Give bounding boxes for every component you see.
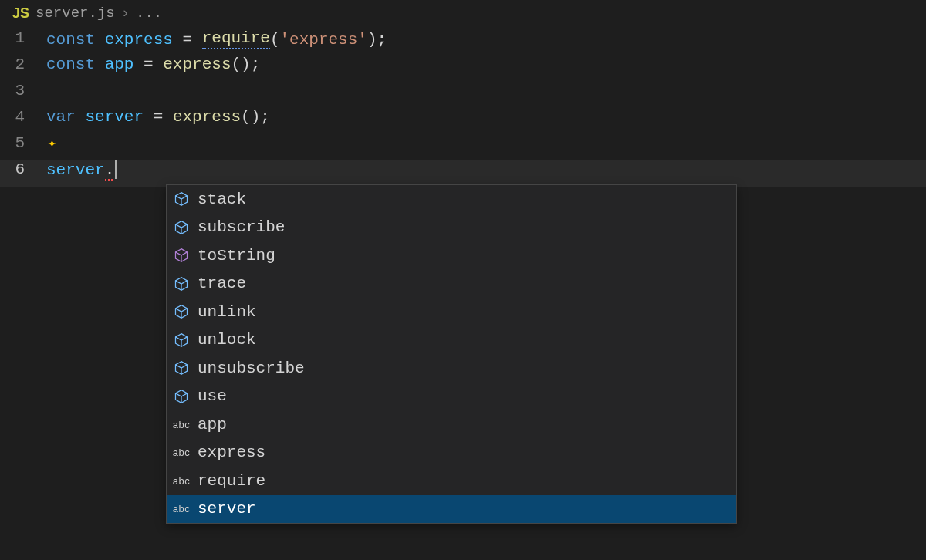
text-icon: abc <box>173 472 190 489</box>
intellisense-popup[interactable]: stacksubscribetoStringtraceunlinkunlocku… <box>166 184 737 524</box>
line-content[interactable]: const app = express(); <box>46 56 260 73</box>
text-icon: abc <box>173 501 190 518</box>
suggestion-item[interactable]: subscribe <box>167 214 736 242</box>
line-number: 6 <box>0 160 46 178</box>
suggestion-label: toString <box>198 247 275 265</box>
suggestion-label: subscribe <box>198 218 285 236</box>
code-line[interactable]: 6 server. <box>0 160 926 187</box>
method-icon <box>173 219 190 236</box>
code-line[interactable]: 4 var server = express(); <box>0 108 926 134</box>
code-line[interactable]: 5 ✦ <box>0 134 926 160</box>
line-number: 3 <box>0 82 46 100</box>
suggestion-item[interactable]: unlink <box>167 298 736 326</box>
suggestion-item[interactable]: trace <box>167 270 736 299</box>
method-icon <box>173 388 190 405</box>
suggestion-item[interactable]: abcexpress <box>167 439 736 467</box>
suggestion-item[interactable]: abcserver <box>167 495 736 524</box>
js-file-icon: JS <box>12 5 29 22</box>
suggestion-item[interactable]: unlock <box>167 326 736 355</box>
suggestion-label: server <box>198 500 256 518</box>
line-number: 2 <box>0 56 46 73</box>
method-icon <box>173 247 190 264</box>
method-icon <box>173 275 190 292</box>
code-line[interactable]: 1 const express = require('express'); <box>0 29 926 56</box>
text-icon: abc <box>173 444 190 461</box>
code-editor[interactable]: 1 const express = require('express'); 2 … <box>0 26 926 187</box>
suggestion-item[interactable]: toString <box>167 241 736 270</box>
chevron-right-icon: › <box>121 5 130 22</box>
suggestion-label: unlink <box>198 303 256 321</box>
method-icon <box>173 332 190 349</box>
breadcrumb-filename[interactable]: server.js <box>35 5 115 22</box>
code-line[interactable]: 3 <box>0 82 926 108</box>
suggestion-item[interactable]: use <box>167 383 736 411</box>
line-content[interactable]: const express = require('express'); <box>46 29 387 49</box>
suggestion-item[interactable]: abcapp <box>167 410 736 439</box>
line-number: 4 <box>0 108 46 126</box>
code-line[interactable]: 2 const app = express(); <box>0 56 926 82</box>
suggestion-label: require <box>198 472 265 490</box>
suggestion-label: trace <box>198 275 246 292</box>
line-content[interactable]: server. <box>46 160 117 179</box>
text-icon: abc <box>173 416 190 433</box>
breadcrumb-ellipsis[interactable]: ... <box>136 5 162 22</box>
method-icon <box>173 359 190 376</box>
suggestion-item[interactable]: stack <box>167 185 736 214</box>
breadcrumb[interactable]: JS server.js › ... <box>0 0 926 26</box>
sparkle-icon[interactable]: ✦ <box>48 134 56 151</box>
suggestion-label: use <box>198 387 227 405</box>
line-number: 1 <box>0 29 46 47</box>
suggestion-label: app <box>198 416 227 433</box>
suggestion-item[interactable]: unsubscribe <box>167 354 736 383</box>
suggestion-label: stack <box>198 191 246 208</box>
suggestion-label: unsubscribe <box>198 359 305 377</box>
method-icon <box>173 303 190 320</box>
line-content[interactable]: var server = express(); <box>46 108 270 126</box>
text-cursor <box>115 160 117 179</box>
line-number: 5 <box>0 134 46 152</box>
method-icon <box>173 191 190 207</box>
line-content[interactable]: ✦ <box>46 134 56 151</box>
suggestion-label: express <box>198 444 265 461</box>
suggestion-label: unlock <box>198 331 256 349</box>
suggestion-item[interactable]: abcrequire <box>167 467 736 495</box>
